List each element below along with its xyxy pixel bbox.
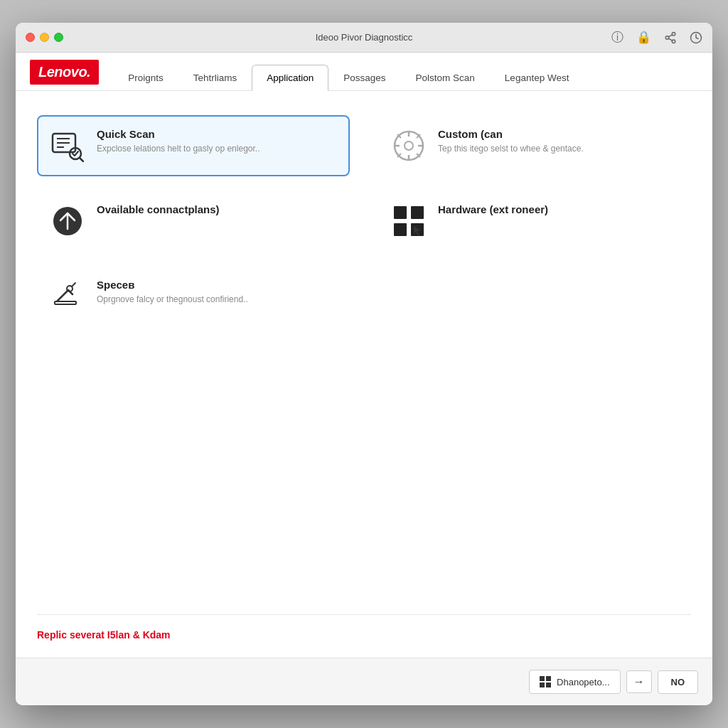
quick-scan-title: Quick Scan: [97, 128, 259, 140]
svg-point-13: [405, 141, 413, 150]
specer-icon: [50, 279, 85, 314]
titlebar: Ideoo Pivor Diagnosticc ⓘ 🔒: [16, 23, 712, 53]
svg-rect-28: [55, 301, 76, 304]
svg-line-32: [72, 283, 75, 287]
custom-scan-text: Custom (can Tep this itego selst to whee…: [438, 128, 584, 155]
quick-scan-icon: [50, 128, 85, 164]
specer-option[interactable]: Speceв Oprgnove falcy or thegnoust confi…: [37, 266, 350, 327]
specer-title: Speceв: [97, 279, 248, 291]
footer-actions: Dhanopeto... → NO: [16, 658, 712, 705]
svg-line-4: [668, 34, 672, 36]
close-button[interactable]: [26, 33, 35, 42]
available-connections-text: Ovailable connactplans): [97, 203, 220, 218]
custom-scan-option[interactable]: Custom (can Tep this itego selst to whee…: [378, 115, 691, 176]
tab-polstom-scan[interactable]: Polstom Scan: [401, 65, 490, 90]
custom-scan-title: Custom (can: [438, 128, 584, 140]
header: Lenovo. Proignts Tehtrliams Application …: [16, 53, 712, 91]
clock-icon[interactable]: [690, 31, 702, 44]
available-connections-option[interactable]: Ovailable connactplans): [37, 191, 350, 252]
maximize-button[interactable]: [54, 33, 63, 42]
svg-rect-33: [540, 676, 545, 681]
hardware-ext-title: Hardware (ext roneer): [438, 203, 548, 215]
svg-rect-24: [394, 206, 407, 219]
quick-scan-desc: Expclose lelations helt to gasly op enle…: [97, 143, 259, 155]
available-connections-icon: [50, 203, 85, 239]
quick-scan-option[interactable]: Quick Scan Expclose lelations helt to ga…: [37, 115, 350, 176]
lock-icon[interactable]: 🔒: [636, 31, 651, 43]
tab-proignts[interactable]: Proignts: [113, 65, 178, 90]
tab-tehtrliams[interactable]: Tehtrliams: [178, 65, 252, 90]
svg-rect-36: [546, 682, 551, 687]
no-button[interactable]: NO: [658, 670, 699, 694]
share-icon[interactable]: [664, 31, 677, 44]
hardware-ext-text: Hardware (ext roneer): [438, 203, 548, 218]
footer-status-text: Replic severat I5lan & Kdam: [37, 614, 691, 641]
available-connections-title: Ovailable connactplans): [97, 203, 220, 215]
svg-rect-35: [540, 682, 545, 687]
titlebar-action-group: ⓘ 🔒: [611, 31, 702, 44]
traffic-lights: [26, 33, 63, 42]
window-title: Ideoo Pivor Diagnosticc: [316, 32, 413, 43]
main-content: Quick Scan Expclose lelations helt to ga…: [16, 91, 712, 658]
minimize-button[interactable]: [40, 33, 49, 42]
arrow-icon: →: [633, 675, 645, 688]
svg-rect-34: [546, 676, 551, 681]
quick-scan-text: Quick Scan Expclose lelations helt to ga…: [97, 128, 259, 155]
specer-desc: Oprgnove falcy or thegnoust confiriend..: [97, 294, 248, 306]
scan-options-grid: Quick Scan Expclose lelations helt to ga…: [37, 108, 691, 334]
tab-application[interactable]: Application: [252, 65, 328, 91]
svg-rect-26: [394, 223, 407, 236]
specer-text: Speceв Oprgnove falcy or thegnoust confi…: [97, 279, 248, 306]
svg-rect-25: [411, 206, 424, 219]
main-window: Ideoo Pivor Diagnosticc ⓘ 🔒 Lenovo. Proi…: [16, 23, 712, 705]
tab-bar: Proignts Tehtrliams Application Possages…: [113, 65, 584, 90]
custom-scan-desc: Tep this itego selst to whee & gentace.: [438, 143, 584, 155]
svg-line-29: [57, 290, 68, 301]
windows-button[interactable]: Dhanopeto...: [529, 670, 620, 694]
svg-line-11: [80, 158, 83, 161]
tab-possages[interactable]: Possages: [328, 65, 400, 90]
lenovo-logo: Lenovo.: [30, 60, 99, 85]
hardware-ext-option[interactable]: Hardware (ext roneer): [378, 191, 691, 252]
svg-line-3: [668, 38, 672, 41]
custom-scan-icon: [391, 128, 427, 164]
windows-icon: [540, 676, 551, 687]
next-button[interactable]: →: [626, 670, 652, 693]
hardware-ext-icon: [391, 203, 427, 239]
tab-legantep-west[interactable]: Legantep West: [490, 65, 584, 90]
info-icon[interactable]: ⓘ: [611, 31, 623, 43]
